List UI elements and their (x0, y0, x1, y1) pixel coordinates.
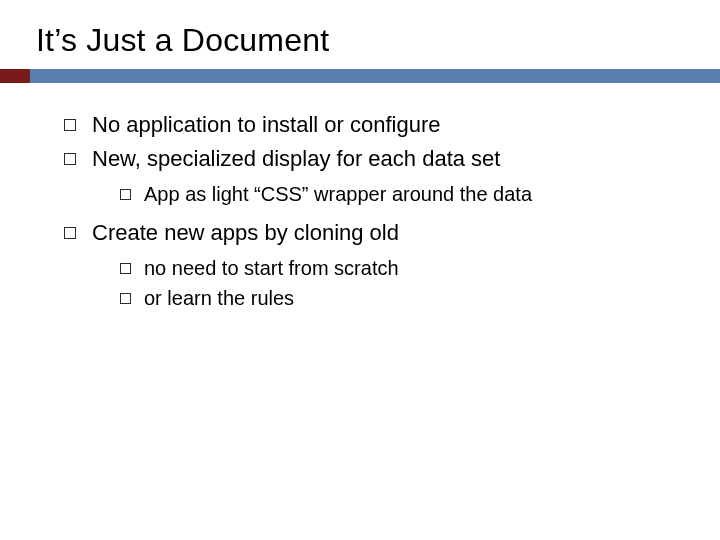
list-item: Create new apps by cloning old no need t… (64, 217, 680, 313)
slide-body: No application to install or configure N… (0, 83, 720, 313)
list-item: No application to install or configure (64, 109, 680, 141)
slide-title: It’s Just a Document (0, 0, 720, 69)
sub-list-item: no need to start from scratch (120, 253, 680, 283)
title-divider (0, 69, 720, 83)
sub-list-item: or learn the rules (120, 283, 680, 313)
divider-accent (0, 69, 30, 83)
list-item-text: No application to install or configure (92, 112, 441, 137)
divider-main (30, 69, 720, 83)
sub-list-item: App as light “CSS” wrapper around the da… (120, 179, 680, 209)
list-item: New, specialized display for each data s… (64, 143, 680, 209)
list-item-text: Create new apps by cloning old (92, 220, 399, 245)
sub-list-item-text: or learn the rules (144, 287, 294, 309)
sub-list-item-text: App as light “CSS” wrapper around the da… (144, 183, 532, 205)
list-item-text: New, specialized display for each data s… (92, 146, 500, 171)
sub-list-item-text: no need to start from scratch (144, 257, 399, 279)
